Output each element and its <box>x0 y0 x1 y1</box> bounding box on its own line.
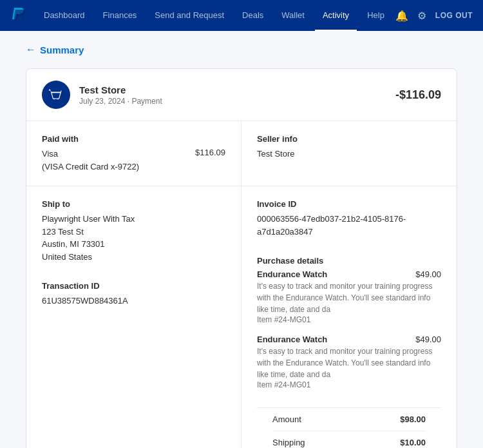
right-detail-col: Invoice ID 000063556-47edb037-21b2-4105-… <box>242 186 457 448</box>
paypal-logo <box>10 5 26 26</box>
ship-to-section: Ship to Playwright User With Tax 123 Tes… <box>42 199 225 263</box>
purchase-item-1-desc: It's easy to track and monitor your trai… <box>257 280 441 315</box>
nav-dashboard[interactable]: Dashboard <box>36 0 93 31</box>
nav-activity[interactable]: Activity <box>315 0 357 31</box>
invoice-id: 000063556-47edb037-21b2-4105-8176-a7d1a2… <box>257 213 441 238</box>
purchase-item-2: Endurance Watch $49.00 It's easy to trac… <box>257 335 441 389</box>
left-detail-col: Ship to Playwright User With Tax 123 Tes… <box>26 186 242 448</box>
nav-actions: 🔔 ⚙ LOG OUT <box>395 10 473 22</box>
seller-name: Test Store <box>257 148 441 161</box>
purchase-item-2-price: $49.00 <box>415 335 441 344</box>
amount-value: $98.00 <box>400 414 426 424</box>
bell-icon[interactable]: 🔔 <box>395 10 408 22</box>
paid-with-amount: $116.09 <box>195 148 225 157</box>
purchase-item-1: Endurance Watch $49.00 It's easy to trac… <box>257 269 441 324</box>
nav-help[interactable]: Help <box>359 0 392 31</box>
ship-to-label: Ship to <box>42 199 225 209</box>
nav-send-request[interactable]: Send and Request <box>147 0 232 31</box>
store-icon <box>42 81 70 109</box>
purchase-item-1-header: Endurance Watch $49.00 <box>257 269 441 279</box>
payment-method: Visa (VISA Credit Card x-9722) <box>42 148 139 173</box>
nav-wallet[interactable]: Wallet <box>274 0 312 31</box>
transaction-info: Test Store July 23, 2024 · Payment <box>79 84 395 106</box>
bottom-detail-grid: Ship to Playwright User With Tax 123 Tes… <box>26 186 457 448</box>
breadcrumb[interactable]: ← Summary <box>26 44 457 55</box>
logout-button[interactable]: LOG OUT <box>435 11 473 20</box>
back-arrow-icon: ← <box>26 44 36 55</box>
transaction-card: Test Store July 23, 2024 · Payment -$116… <box>26 68 457 448</box>
transaction-id-section: Transaction ID 61U38575WD884361A <box>42 281 225 307</box>
transaction-meta: July 23, 2024 · Payment <box>79 97 395 106</box>
purchase-item-2-desc: It's easy to track and monitor your trai… <box>257 346 441 380</box>
page-content: ← Summary Test Store July 23, 2024 · Pay… <box>0 31 483 448</box>
gear-icon[interactable]: ⚙ <box>417 10 426 22</box>
shipping-row: Shipping $10.00 <box>272 431 426 448</box>
nav-deals[interactable]: Deals <box>234 0 271 31</box>
transaction-amount: -$116.09 <box>395 88 441 102</box>
purchase-item-2-header: Endurance Watch $49.00 <box>257 335 441 344</box>
invoice-section: Invoice ID 000063556-47edb037-21b2-4105-… <box>257 199 441 238</box>
navbar: Dashboard Finances Send and Request Deal… <box>0 0 483 31</box>
breadcrumb-label: Summary <box>40 44 84 55</box>
amount-label: Amount <box>272 414 301 424</box>
paid-with-label: Paid with <box>42 134 225 144</box>
purchase-item-1-name: Endurance Watch <box>257 269 327 279</box>
purchase-details-section: Purchase details Endurance Watch $49.00 … <box>257 256 441 389</box>
top-detail-grid: Paid with Visa (VISA Credit Card x-9722)… <box>26 121 457 186</box>
shipping-value: $10.00 <box>400 438 426 447</box>
ship-to-value: Playwright User With Tax 123 Test St Aus… <box>42 213 225 263</box>
nav-finances[interactable]: Finances <box>95 0 145 31</box>
store-name: Test Store <box>79 84 395 95</box>
amount-row: Amount $98.00 <box>272 408 426 431</box>
purchase-item-2-sku: Item #24-MG01 <box>257 380 441 389</box>
transaction-id-label: Transaction ID <box>42 281 225 291</box>
totals-section: Amount $98.00 Shipping $10.00 Tax $8.09 … <box>257 407 441 448</box>
purchase-details-label: Purchase details <box>257 256 441 266</box>
transaction-id-value: 61U38575WD884361A <box>42 295 225 307</box>
seller-info-label: Seller info <box>257 134 441 144</box>
seller-info-section: Seller info Test Store <box>242 121 457 186</box>
purchase-item-1-sku: Item #24-MG01 <box>257 315 441 324</box>
invoice-label: Invoice ID <box>257 199 441 209</box>
paid-with-row: Visa (VISA Credit Card x-9722) $116.09 <box>42 148 225 173</box>
transaction-header: Test Store July 23, 2024 · Payment -$116… <box>26 69 457 121</box>
purchase-item-2-name: Endurance Watch <box>257 335 327 344</box>
purchase-item-1-price: $49.00 <box>415 269 441 279</box>
shipping-label: Shipping <box>272 438 305 447</box>
paid-with-section: Paid with Visa (VISA Credit Card x-9722)… <box>26 121 242 186</box>
